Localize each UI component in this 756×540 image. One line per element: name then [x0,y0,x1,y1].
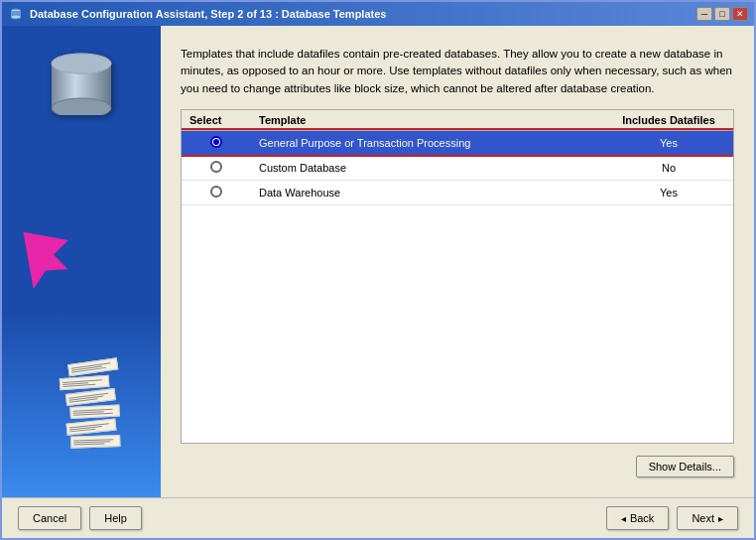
bottom-left-buttons: Cancel Help [18,506,142,530]
description-text: Templates that include datafiles contain… [181,46,734,97]
maximize-button[interactable]: □ [714,7,730,21]
svg-point-5 [52,98,111,115]
row2-datafiles: No [604,155,733,180]
table-row[interactable]: Custom Database No [182,155,733,180]
back-arrow-icon: ◂ [621,513,626,524]
show-details-area: Show Details... [181,456,734,477]
svg-marker-7 [6,214,80,289]
arrow-icon [6,214,82,292]
row1-template: General Purpose or Transaction Processin… [251,130,604,155]
template-table: Select Template Includes Datafiles Gener… [182,110,733,205]
sidebar [2,26,161,497]
title-bar-left: Database Configuration Assistant, Step 2… [8,6,386,22]
cancel-button[interactable]: Cancel [18,506,81,530]
row1-select[interactable] [182,130,251,155]
row3-template: Data Warehouse [251,180,604,204]
radio-row1[interactable] [210,136,222,148]
bottom-right-buttons: ◂ Back Next ▸ [606,506,738,530]
template-table-container: Select Template Includes Datafiles Gener… [181,109,734,444]
papers-stack [58,359,124,451]
back-button[interactable]: ◂ Back [606,506,669,530]
db-title-icon [8,6,24,22]
row2-template: Custom Database [251,155,604,180]
minimize-button[interactable]: ─ [696,7,712,21]
col-includes-datafiles: Includes Datafiles [604,110,733,131]
database-icon [42,46,121,115]
next-button[interactable]: Next ▸ [677,506,738,530]
row2-select[interactable] [182,155,251,180]
row3-select[interactable] [182,180,251,204]
show-details-button[interactable]: Show Details... [636,456,734,477]
bottom-bar: Cancel Help ◂ Back Next ▸ [2,497,754,538]
window-title: Database Configuration Assistant, Step 2… [30,8,386,20]
col-template: Template [251,110,604,131]
table-row[interactable]: Data Warehouse Yes [182,180,733,204]
radio-row2[interactable] [210,161,222,173]
row1-datafiles: Yes [604,130,733,155]
close-button[interactable]: ✕ [732,7,748,21]
help-button[interactable]: Help [89,506,142,530]
next-arrow-icon: ▸ [718,513,723,524]
table-header-row: Select Template Includes Datafiles [182,110,733,131]
main-panel: Templates that include datafiles contain… [161,26,754,497]
svg-point-2 [11,15,21,19]
main-window: Database Configuration Assistant, Step 2… [0,0,756,540]
title-bar-buttons: ─ □ ✕ [696,7,748,21]
title-bar: Database Configuration Assistant, Step 2… [2,2,754,26]
content-area: Templates that include datafiles contain… [2,26,754,497]
table-row[interactable]: General Purpose or Transaction Processin… [182,130,733,155]
row3-datafiles: Yes [604,180,733,204]
radio-row3[interactable] [210,186,222,198]
col-select: Select [182,110,251,131]
